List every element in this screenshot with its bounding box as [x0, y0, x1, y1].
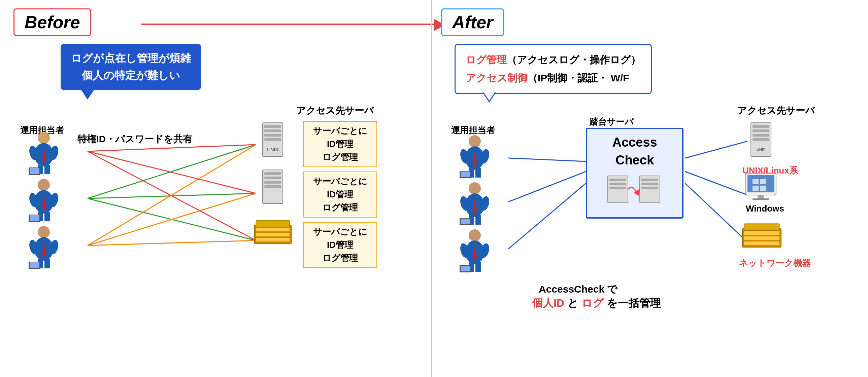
svg-rect-93: [610, 183, 626, 185]
after-bastion-label: 踏台サーバ: [589, 116, 634, 128]
before-person-1: [27, 131, 61, 176]
person-icon-2: [27, 178, 61, 222]
server-icon-before-2: [256, 168, 289, 212]
svg-rect-54: [264, 181, 281, 184]
svg-line-11: [508, 183, 586, 249]
svg-rect-107: [752, 179, 758, 184]
svg-rect-55: [264, 185, 281, 188]
kojin-id-label: 個人ID: [532, 297, 564, 309]
svg-rect-98: [642, 187, 658, 189]
svg-rect-69: [461, 172, 470, 177]
svg-rect-116: [744, 236, 779, 240]
svg-rect-115: [744, 231, 779, 235]
svg-rect-109: [752, 186, 758, 191]
svg-rect-110: [760, 186, 766, 191]
svg-rect-77: [475, 215, 481, 225]
windows-server-icon: [744, 172, 781, 202]
svg-line-7: [88, 193, 256, 245]
access-check-servers: [601, 173, 668, 213]
svg-rect-47: [264, 130, 281, 132]
server-box-2: サーバごとに ID管理 ログ管理: [303, 172, 377, 217]
svg-text:UNIX: UNIX: [267, 147, 278, 152]
svg-line-10: [508, 172, 586, 202]
after-network-device: [741, 222, 784, 257]
before-server-area-label: アクセス先サーバ: [296, 104, 374, 117]
bubble-line1: ログが点在し管理が煩雑: [71, 50, 191, 67]
svg-rect-112: [752, 198, 769, 200]
arrow-line: [142, 24, 434, 25]
after-person-3: [458, 229, 492, 274]
main-container: Before After ログが点在し管理が煩雑 個人の特定が難しい 運用担当者…: [0, 0, 868, 377]
svg-line-9: [508, 158, 586, 162]
before-title: Before: [25, 12, 80, 32]
before-network-device: [252, 218, 293, 253]
access-check-title: AccessCheck: [612, 134, 657, 169]
windows-label: Windows: [746, 203, 784, 214]
svg-line-3: [88, 145, 256, 198]
accesscheck-label: AccessCheck で: [539, 283, 618, 295]
access-check-box: AccessCheck: [586, 128, 683, 218]
after-person-1: [458, 135, 492, 180]
ikkatsu-label: を一括管理: [604, 297, 661, 309]
svg-rect-52: [264, 172, 281, 175]
svg-rect-60: [256, 238, 289, 241]
svg-point-35: [38, 226, 50, 238]
svg-rect-48: [264, 134, 281, 137]
svg-rect-57: [256, 220, 289, 227]
before-after-arrow: [142, 16, 444, 33]
before-person-3: [27, 225, 61, 270]
svg-rect-101: [752, 130, 769, 132]
svg-rect-97: [642, 183, 658, 185]
svg-rect-41: [44, 259, 50, 268]
after-access-black: （IP制御・認証・ W/F: [528, 72, 629, 83]
svg-rect-21: [44, 165, 50, 174]
after-bubble-line1: ログ管理（アクセスログ・操作ログ）: [466, 51, 641, 69]
person-icon-3: [27, 225, 61, 269]
unix-server-after-icon: UNIX: [744, 121, 778, 165]
svg-rect-100: [752, 125, 769, 128]
svg-rect-59: [256, 233, 289, 236]
person-icon-1: [27, 131, 61, 175]
server-box-1: サーバごとに ID管理 ログ管理: [303, 121, 377, 167]
log-label: ログ: [582, 297, 604, 309]
unix-server-icon-before: UNIX: [256, 121, 289, 165]
network-device-after-icon: [741, 222, 784, 255]
panel-divider: [431, 0, 432, 377]
svg-rect-114: [744, 224, 779, 230]
svg-rect-92: [610, 179, 626, 181]
bubble-line2: 個人の特定が難しい: [71, 67, 191, 84]
after-person-icon-2: [458, 182, 492, 225]
network-device-label: ネットワーク機器: [739, 257, 811, 269]
after-person-icon-1: [458, 135, 492, 178]
after-target-label: アクセス先サーバ: [737, 104, 815, 117]
after-access-red: アクセス制御: [466, 72, 528, 83]
svg-rect-87: [475, 262, 481, 272]
after-person-2: [458, 182, 492, 227]
svg-point-15: [38, 132, 50, 144]
before-shared-label: 特権ID・パスワードを共有: [78, 133, 192, 146]
svg-rect-111: [757, 195, 764, 198]
svg-line-13: [685, 172, 747, 195]
svg-line-4: [88, 193, 256, 198]
svg-rect-108: [760, 179, 766, 184]
svg-line-14: [685, 183, 747, 242]
after-unix-server: UNIX: [744, 121, 778, 166]
after-label: After: [441, 8, 504, 36]
svg-line-8: [88, 240, 256, 245]
after-log-red: ログ管理: [466, 54, 507, 65]
svg-line-5: [88, 198, 256, 240]
svg-rect-31: [44, 212, 50, 221]
svg-line-2: [88, 151, 256, 240]
svg-rect-46: [264, 125, 281, 128]
svg-point-81: [469, 229, 481, 241]
svg-line-6: [88, 145, 256, 245]
svg-line-12: [685, 141, 747, 158]
after-bottom-text-2: 個人ID と ログ を一括管理: [532, 296, 661, 311]
svg-rect-33: [30, 215, 39, 221]
after-speech-bubble: ログ管理（アクセスログ・操作ログ） アクセス制御（IP制御・認証・ W/F: [455, 44, 652, 94]
after-windows-server: [744, 172, 781, 203]
svg-rect-49: [264, 138, 281, 141]
svg-rect-89: [461, 266, 470, 271]
svg-rect-102: [752, 134, 769, 137]
svg-line-0: [88, 145, 256, 151]
